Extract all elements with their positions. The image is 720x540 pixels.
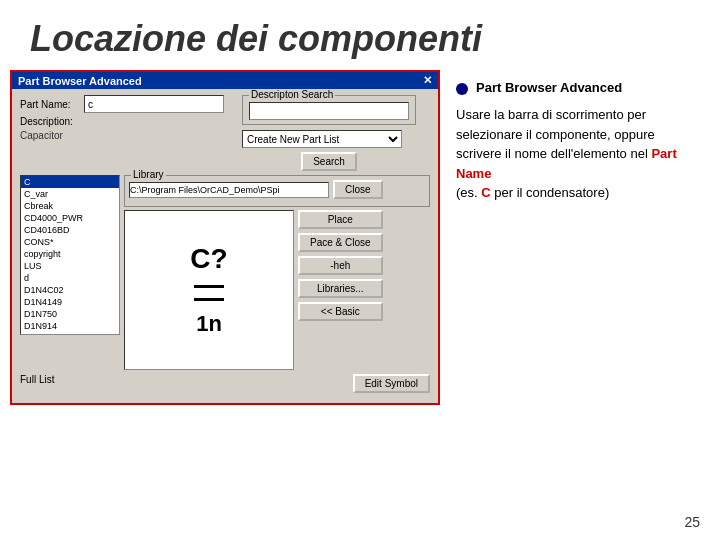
list-item[interactable]: C_var (21, 188, 119, 200)
component-value: 1n (196, 311, 222, 337)
middle-section: CC_varCbreakCD4000_PWRCD4016BDCONS*copyr… (20, 175, 430, 370)
description-value-row: Capacitor (20, 130, 224, 141)
list-item[interactable]: D1N750 (21, 308, 119, 320)
basic-button[interactable]: << Basic (298, 302, 383, 321)
left-form-col: Part Name: Description: Capacitor (20, 95, 224, 171)
list-item[interactable]: Cbreak (21, 200, 119, 212)
cap-symbol (194, 285, 224, 301)
list-item[interactable]: CD4000_PWR (21, 212, 119, 224)
cap-bottom-plate (194, 298, 224, 301)
bottom-row: Full List Edit Symbol (20, 374, 430, 397)
bullet-item: Part Browser Advanced (456, 80, 694, 95)
info-text-1: Usare la barra di scorrimento per selezi… (456, 107, 655, 161)
bullet-dot (456, 83, 468, 95)
library-group: Library Close (124, 175, 430, 207)
page-title: Locazione dei componenti (0, 0, 720, 70)
info-text-block: Usare la barra di scorrimento per selezi… (456, 105, 694, 203)
dialog-titlebar: Part Browser Advanced ✕ (12, 72, 438, 89)
component-symbol: C? (190, 243, 227, 275)
dialog-body: Part Name: Description: Capacitor Descri… (12, 89, 438, 403)
create-part-list-row: Create New Part List (242, 129, 416, 149)
part-name-input[interactable] (84, 95, 224, 113)
spacer (54, 374, 352, 393)
place-button[interactable]: Place (298, 210, 383, 229)
description-value: Capacitor (20, 130, 63, 141)
list-item[interactable]: LUS (21, 260, 119, 272)
c-highlight: C (481, 185, 490, 200)
list-item[interactable]: copyright (21, 248, 119, 260)
right-form-col: Descripton Search Create New Part List S… (242, 95, 416, 171)
desc-search-label: Descripton Search (249, 89, 335, 100)
main-layout: Part Browser Advanced ✕ Part Name: Descr… (0, 70, 720, 405)
dialog-panel: Part Browser Advanced ✕ Part Name: Descr… (10, 70, 440, 405)
description-label: Description: (20, 116, 80, 127)
desc-search-group: Descripton Search (242, 95, 416, 125)
desc-search-input[interactable] (249, 102, 409, 120)
pace-close-button[interactable]: Pace & Close (298, 233, 383, 252)
info-text-3: per il condensatore) (494, 185, 609, 200)
libraries-button[interactable]: Libraries... (298, 279, 383, 298)
full-list-label: Full List (20, 374, 54, 393)
lib-path-input[interactable] (129, 182, 329, 198)
preview-buttons-row: C? 1n Place Pace & Clo (124, 210, 430, 370)
component-preview: C? 1n (124, 210, 294, 370)
list-item[interactable]: C (21, 176, 119, 188)
heh-button[interactable]: -heh (298, 256, 383, 275)
list-item[interactable]: D1N4C02 (21, 284, 119, 296)
description-row: Description: (20, 116, 224, 127)
part-name-label: Part Name: (20, 99, 80, 110)
list-item[interactable]: D1N914 (21, 320, 119, 332)
top-forms: Part Name: Description: Capacitor Descri… (20, 95, 430, 171)
cap-top-plate (194, 285, 224, 288)
search-button-row: Search (242, 151, 416, 171)
lib-path-row: Close (129, 180, 425, 199)
search-button[interactable]: Search (301, 152, 357, 171)
info-text-2: (es. (456, 185, 478, 200)
dialog-close-icon[interactable]: ✕ (423, 74, 432, 87)
library-section: Library Close C? (124, 175, 430, 370)
edit-symbol-button[interactable]: Edit Symbol (353, 374, 430, 393)
right-panel: Part Browser Advanced Usare la barra di … (440, 70, 710, 405)
page-number: 25 (684, 514, 700, 530)
component-list[interactable]: CC_varCbreakCD4000_PWRCD4016BDCONS*copyr… (20, 175, 120, 335)
close-button[interactable]: Close (333, 180, 383, 199)
create-part-list-dropdown[interactable]: Create New Part List (242, 130, 402, 148)
part-name-row: Part Name: (20, 95, 224, 113)
buttons-col: Place Pace & Close -heh Libraries... << … (298, 210, 383, 370)
list-item[interactable]: CONS* (21, 236, 119, 248)
dialog-title: Part Browser Advanced (18, 75, 142, 87)
library-label: Library (131, 169, 166, 180)
list-item[interactable]: D1N4149 (21, 296, 119, 308)
bullet-label: Part Browser Advanced (476, 80, 622, 95)
list-item[interactable]: d (21, 272, 119, 284)
list-item[interactable]: CD4016BD (21, 224, 119, 236)
list-item[interactable]: DAC1break (21, 332, 119, 335)
